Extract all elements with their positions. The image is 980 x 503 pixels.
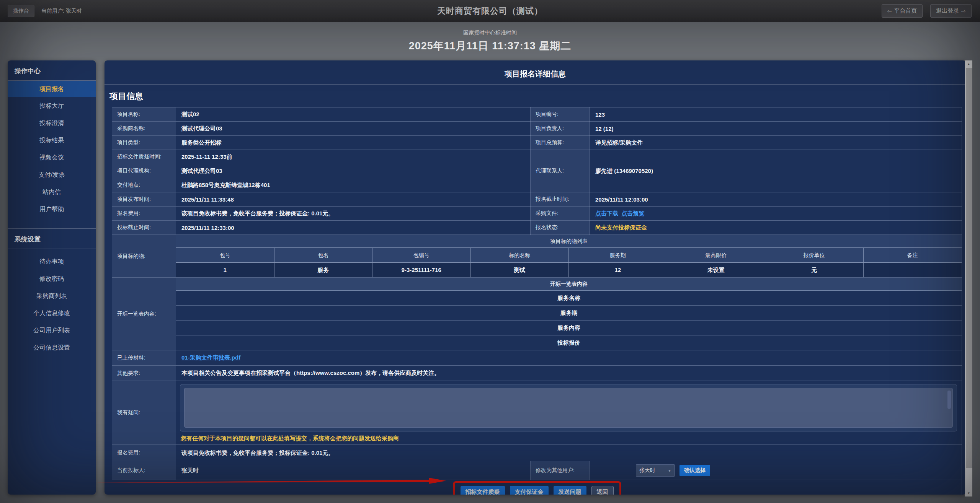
subject-table-cell: 项目标的物列表 包号 包名 包编号 标的名称 服务期 最高限价 报价单位 备注 … bbox=[176, 235, 962, 278]
sidebar-item-company-users[interactable]: 公司用户列表 bbox=[8, 322, 96, 339]
project-type-value: 服务类公开招标 bbox=[176, 136, 531, 150]
download-doc-link[interactable]: 点击下载 bbox=[595, 210, 618, 217]
current-bidder-value: 张天时 bbox=[176, 461, 531, 480]
logout-label: 退出登录 bbox=[936, 7, 959, 15]
empty-label-cell bbox=[531, 178, 590, 192]
sidebar-item-todo[interactable]: 待办事项 bbox=[8, 253, 96, 270]
leader-value: 12 (12) bbox=[590, 122, 962, 136]
subject-col-header: 服务期 bbox=[569, 248, 667, 263]
sidebar-item-change-password[interactable]: 修改密码 bbox=[8, 270, 96, 287]
subject-col-header: 备注 bbox=[864, 248, 962, 263]
company-title: 天时商贸有限公司（测试） bbox=[0, 0, 980, 22]
sidebar-item-bid-hall[interactable]: 投标大厅 bbox=[8, 97, 96, 114]
table-row: 已上传材料: 01-采购文件审批表.pdf bbox=[112, 350, 962, 366]
sidebar-item-profile-edit[interactable]: 个人信息修改 bbox=[8, 304, 96, 322]
signup-fee-value: 该项目免收标书费，免收平台服务费；投标保证金: 0.01元。 bbox=[176, 207, 531, 221]
preview-doc-link[interactable]: 点击预览 bbox=[621, 210, 644, 217]
opening-table-cell: 开标一览表内容 服务名称 服务期 服务内容 投标报价 bbox=[176, 278, 962, 350]
action-cell: 招标文件质疑 支付保证金 发送问题 返回 bbox=[112, 480, 962, 495]
switch-user-cell: 张天时 ▼ 确认选择 bbox=[590, 461, 962, 480]
sidebar-item-company-settings[interactable]: 公司信息设置 bbox=[8, 339, 96, 356]
back-button[interactable]: 返回 bbox=[591, 486, 614, 495]
sidebar-section-title-operations: 操作中心 bbox=[8, 60, 96, 81]
table-row: 项目类型: 服务类公开招标 项目总预算: 详见招标/采购文件 bbox=[112, 136, 962, 150]
uploaded-file-link[interactable]: 01-采购文件审批表.pdf bbox=[181, 354, 240, 361]
topbar-right-group: ⇦ 平台首页 退出登录 ⇨ bbox=[882, 0, 972, 22]
agent-contact-value: 廖先进 (13469070520) bbox=[590, 164, 962, 178]
signup-deadline-value: 2025/11/11 12:03:00 bbox=[590, 192, 962, 207]
bid-deadline-label: 投标截止时间: bbox=[112, 221, 176, 235]
project-name-value: 测试02 bbox=[176, 107, 531, 122]
signup-status-link[interactable]: 尚未支付投标保证金 bbox=[595, 224, 647, 231]
platform-home-button[interactable]: ⇦ 平台首页 bbox=[882, 4, 923, 18]
opening-row-service-content: 服务内容 bbox=[176, 321, 962, 335]
subject-col-header: 包名 bbox=[274, 248, 373, 263]
subject-table-row: 项目标的物: 项目标的物列表 包号 包名 包编号 标的名称 服务期 最高限价 报… bbox=[112, 235, 962, 278]
subject-col-header: 包号 bbox=[176, 248, 274, 263]
subject-cell-pkg-code: 9-3-251111-716 bbox=[372, 263, 471, 277]
empty-label-cell bbox=[531, 150, 590, 164]
table-row: 项目发布时间: 2025/11/11 11:33:48 报名截止时间: 2025… bbox=[112, 192, 962, 207]
clock-band: 国家授时中心标准时间 2025年11月11日 11:37:13 星期二 bbox=[0, 22, 980, 60]
main-panel: 项目报名详细信息 项目信息 项目名称: 测试02 项目编号: 123 采购商名称… bbox=[105, 60, 966, 495]
subject-cell-pkg-name: 服务 bbox=[274, 263, 373, 277]
question-label: 我有疑问: bbox=[112, 381, 176, 445]
platform-home-label: 平台首页 bbox=[894, 7, 917, 15]
sidebar-item-pay-invoice[interactable]: 支付/发票 bbox=[8, 166, 96, 183]
page-title: 项目报名详细信息 bbox=[105, 69, 966, 79]
scrollbar-thumb[interactable] bbox=[966, 68, 972, 468]
clock-caption: 国家授时中心标准时间 bbox=[463, 29, 517, 36]
scrollbar-up-icon[interactable]: ▲ bbox=[965, 60, 972, 67]
project-name-label: 项目名称: bbox=[112, 107, 176, 122]
sidebar-item-purchaser-list[interactable]: 采购商列表 bbox=[8, 287, 96, 304]
scrollbar-down-icon[interactable]: ▼ bbox=[965, 490, 972, 496]
pay-deposit-button[interactable]: 支付保证金 bbox=[510, 486, 549, 495]
sidebar-item-video-meeting[interactable]: 视频会议 bbox=[8, 149, 96, 166]
vertical-scrollbar[interactable]: ▲ ▼ bbox=[965, 60, 972, 496]
project-no-label: 项目编号: bbox=[531, 107, 590, 122]
doc-links-cell: 点击下载 点击预览 bbox=[590, 207, 962, 221]
other-req-label: 其他要求: bbox=[112, 366, 176, 381]
question-textarea[interactable] bbox=[184, 388, 953, 428]
doc-label: 采购文件: bbox=[531, 207, 590, 221]
subject-cell-service-term: 12 bbox=[569, 263, 667, 277]
opening-table-title: 开标一览表内容 bbox=[176, 278, 962, 291]
table-row: 采购商名称: 测试代理公司03 项目负责人: 12 (12) bbox=[112, 122, 962, 136]
subject-table-grid: 包号 包名 包编号 标的名称 服务期 最高限价 报价单位 备注 1 服务 9-3… bbox=[176, 248, 962, 277]
publish-time-label: 项目发布时间: bbox=[112, 192, 176, 207]
other-req-value: 本项目相关公告及变更事项在招采测试平台（https://www.cszoc.co… bbox=[176, 366, 962, 381]
textarea-scrollbar-thumb[interactable] bbox=[947, 391, 951, 409]
sidebar-item-user-help[interactable]: 用户帮助 bbox=[8, 200, 96, 218]
sidebar-section-title-system: 系统设置 bbox=[8, 229, 96, 249]
sidebar-item-bid-result[interactable]: 投标结果 bbox=[8, 132, 96, 149]
sidebar-system-list: 待办事项 修改密码 采购商列表 个人信息修改 公司用户列表 公司信息设置 bbox=[8, 249, 96, 356]
table-row: 招标文件质疑时间: 2025-11-11 12:33前 bbox=[112, 150, 962, 164]
query-time-value: 2025-11-11 12:33前 bbox=[176, 150, 531, 164]
confirm-select-button[interactable]: 确认选择 bbox=[679, 465, 710, 476]
user-select-dropdown[interactable]: 张天时 ▼ bbox=[636, 464, 675, 477]
bidder-row: 当前投标人: 张天时 修改为其他用户: 张天时 ▼ 确认选择 bbox=[112, 461, 962, 480]
delivery-value: 杜鹃路858号奥克斯缔壹城12栋401 bbox=[176, 178, 531, 192]
top-bar: 操作台 当前用户: 张天时 天时商贸有限公司（测试） ⇦ 平台首页 退出登录 ⇨ bbox=[0, 0, 980, 22]
sidebar-item-bid-clarify[interactable]: 投标澄清 bbox=[8, 114, 96, 132]
subject-label: 项目标的物: bbox=[112, 235, 176, 278]
subject-cell-max-price: 未设置 bbox=[667, 263, 766, 277]
bid-deadline-value: 2025/11/11 12:33:00 bbox=[176, 221, 531, 235]
page-root: 操作台 当前用户: 张天时 天时商贸有限公司（测试） ⇦ 平台首页 退出登录 ⇨… bbox=[0, 0, 980, 503]
subject-cell-price-unit: 元 bbox=[765, 263, 864, 277]
logout-button[interactable]: 退出登录 ⇨ bbox=[930, 4, 972, 18]
send-question-button[interactable]: 发送问题 bbox=[554, 486, 586, 495]
opening-row-bid-price: 投标报价 bbox=[176, 335, 962, 350]
purchaser-value: 测试代理公司03 bbox=[176, 122, 531, 136]
challenge-doc-button[interactable]: 招标文件质疑 bbox=[461, 486, 505, 495]
signup-status-cell: 尚未支付投标保证金 bbox=[590, 221, 962, 235]
project-type-label: 项目类型: bbox=[112, 136, 176, 150]
empty-value-cell bbox=[590, 178, 962, 192]
sidebar-item-project-signup[interactable]: 项目报名 bbox=[8, 81, 96, 97]
sidebar-section-system: 系统设置 待办事项 修改密码 采购商列表 个人信息修改 公司用户列表 公司信息设… bbox=[8, 228, 96, 356]
chevron-down-icon: ▼ bbox=[668, 469, 671, 473]
project-no-value: 123 bbox=[590, 107, 962, 122]
fee2-value: 该项目免收标书费，免收平台服务费；投标保证金: 0.01元。 bbox=[176, 445, 962, 461]
sidebar-item-site-message[interactable]: 站内信 bbox=[8, 183, 96, 200]
opening-table-row: 开标一览表内容: 开标一览表内容 服务名称 服务期 服务内容 投标报价 bbox=[112, 278, 962, 350]
